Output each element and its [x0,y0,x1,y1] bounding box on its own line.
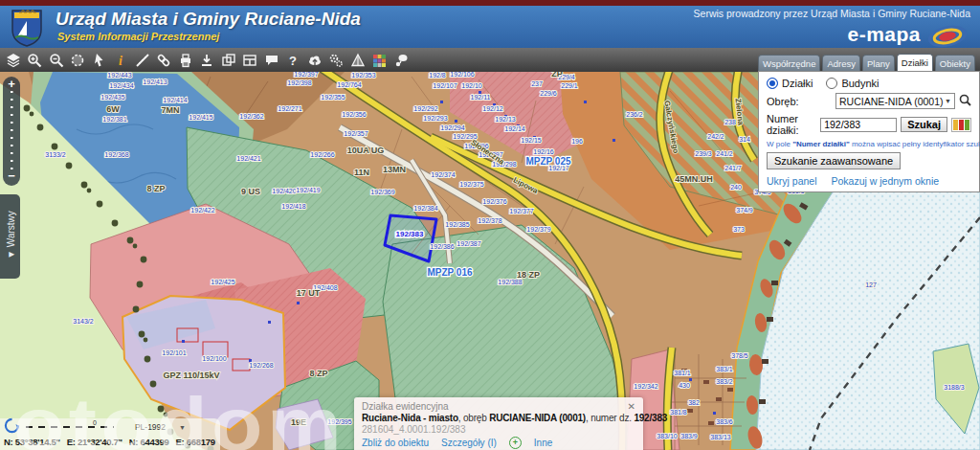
single-window-link[interactable]: Pokazuj w jednym oknie [831,175,939,187]
parcel-label: 192/293 [423,115,447,122]
zoom-out-button[interactable]: − [3,169,20,183]
parcel-label: 192/362 [239,113,263,120]
zoom-slider-track[interactable] [10,91,13,169]
zoom-to-object-link[interactable]: Zbliż do obiektu [362,438,429,448]
tab-współrzędne[interactable]: Współrzędne [758,55,820,71]
details-link[interactable]: Szczegóły (I) [441,438,497,448]
info-icon[interactable]: i [112,52,129,69]
copy-view-icon[interactable] [220,52,237,69]
parcel-label: 192/378 [478,217,501,224]
other-link[interactable]: Inne [534,438,552,448]
comment-icon[interactable] [263,52,280,69]
print-icon[interactable] [177,52,194,69]
parcel-label: 242/2 [707,133,724,140]
compass-icon[interactable] [4,417,20,438]
zone-label: 8 ZP [146,184,165,193]
tab-obiekty[interactable]: Obiekty [935,55,975,71]
add-marker-icon[interactable] [392,52,410,69]
parcel-label: 192/413 [143,79,167,85]
pointer-icon[interactable] [91,52,108,69]
advanced-search-button[interactable]: Szukanie zaawansowane [767,152,901,169]
zoom-in-icon[interactable] [26,52,43,69]
parcel-label: 192/379 [526,226,550,233]
zoom-slider[interactable]: + − [3,77,20,186]
parcel-label: 192/292 [413,105,437,112]
parcel-label: 192/375 [459,181,483,188]
parcel-label: 192/420 [272,188,296,194]
coordinates-readout: N: 53°38'14.5"E: 21°32'40.7"N: 644399E: … [4,437,216,447]
parcel-label: 192/434 [109,82,133,89]
select-area-icon[interactable] [69,52,86,69]
tab-działki[interactable]: Działki [897,54,933,71]
help-icon[interactable]: ? [284,52,301,69]
zone-label: 10UA UG [347,146,385,155]
parcel-label: 192/443 [107,72,131,79]
parcel-label: 3133/2 [45,151,66,158]
page-title: Urząd Miasta i Gminy Ruciane-Nida [56,9,361,30]
layers-panel-tab[interactable]: ▼ Warstwy [0,194,20,279]
parcel-label: 239/3 [695,150,712,157]
parcel-label: 383/6 [716,418,733,425]
zoom-out-icon[interactable] [48,52,65,69]
parcel-label: 381/1 [674,370,691,376]
parcel-label: 241/2 [716,150,733,157]
cloud-upload-icon[interactable] [306,52,323,69]
szukaj-button[interactable]: Szukaj [901,117,947,132]
legend-colors-icon[interactable] [951,118,971,132]
parcel-info-popup: Działka ewidencyjna ✕ Ruciane-Nida - mia… [354,397,643,450]
parcel-label: 383/13 [710,434,731,440]
search-panel-tabs: WspółrzędneAdresyPlanyDziałkiObiekty [758,51,980,71]
parcel-label: 192/386 [430,243,454,250]
parcel-label: 192/368 [104,151,128,158]
service-note: Serwis prowadzony przez Urząd Miasta i G… [694,8,970,19]
parcel-label: 192/414 [163,97,187,103]
chevron-down-icon[interactable]: ▼ [179,424,186,431]
parcel-label: 127 [865,281,877,288]
measure-icon[interactable] [134,52,151,69]
radio-budynki-label: Budynki [841,78,879,89]
parcel-label: 192/381 [102,116,126,123]
geoportal-logo-icon [926,25,969,52]
legend-palette-icon[interactable] [370,52,388,69]
radio-dzialki[interactable] [767,78,778,89]
download-icon[interactable] [198,52,215,69]
mpzp-label: MPZP 016 [427,267,472,278]
search-icon[interactable] [959,94,971,108]
parcel-label: 373 [733,226,745,233]
search-panel: Działki Budynki Obręb: RUCIANE-NIDA (000… [758,71,980,192]
parcel-label: 192/101 [162,349,186,356]
layers-panel-label: ▼ Warstwy [6,197,16,274]
parcel-label: 192/415 [189,114,212,121]
zone-label: 8 ZP [309,369,327,378]
close-icon[interactable]: ✕ [628,401,635,412]
parcel-label: 192/387 [457,240,480,247]
scale-3d-icon[interactable] [349,52,367,69]
radio-budynki[interactable] [826,78,837,89]
tab-adresy[interactable]: Adresy [822,55,860,71]
hide-panel-link[interactable]: Ukryj panel [767,175,817,187]
parcel-label: 192/11 [471,94,491,101]
link-icon[interactable] [155,52,172,69]
parcel-label: 192/369 [370,189,394,195]
parcel-label: 383/9 [680,433,698,439]
zone-label: 45MN.UH [675,174,713,184]
zone-label: GPZ 110/15kV [163,371,219,380]
obreb-select[interactable]: RUCIANE-NIDA (0001) ▼ [835,93,955,109]
layers-icon[interactable] [5,52,22,69]
settings-icon[interactable] [327,52,345,69]
tab-plany[interactable]: Plany [862,55,895,71]
zone-label: 18 ZP [517,270,540,280]
zoom-in-button[interactable]: + [3,77,20,91]
mpzp-label: MPZP 025 [525,156,570,167]
parcel-label: 430 [679,382,690,389]
parcel-label: 236/2 [626,111,643,118]
numer-dzialki-input[interactable] [820,118,897,132]
layout-icon[interactable] [241,52,258,69]
parcel-label: 192/16 [533,148,554,155]
parcel-label: 381/8 [670,409,687,416]
parcel-label: 192/15 [521,137,542,144]
add-plus-icon[interactable]: + [509,437,522,449]
parcel-label: 192/353 [351,72,375,79]
coat-of-arms-logo [10,9,44,51]
parcel-label: 192/355 [321,94,345,101]
